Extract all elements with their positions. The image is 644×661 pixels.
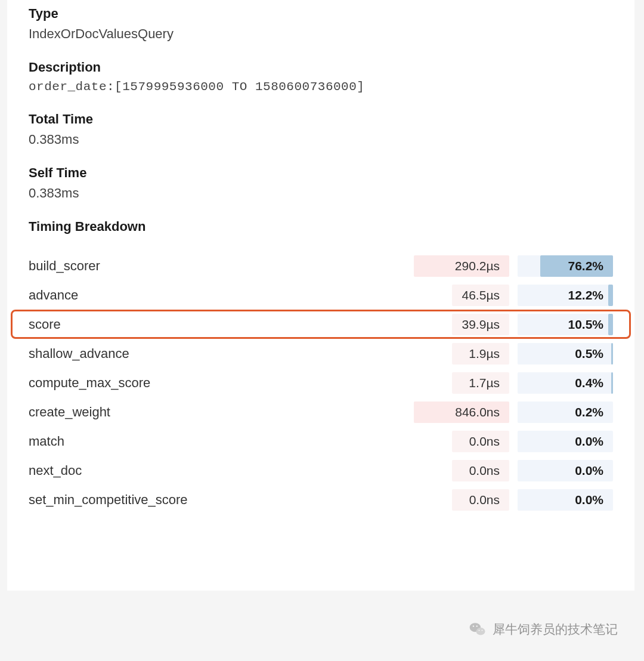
- svg-point-3: [476, 625, 478, 626]
- timing-row: match0.0ns0.0%: [29, 427, 613, 456]
- timing-pct-cell: 0.0%: [518, 489, 613, 511]
- timing-time-cell: 290.2µs: [414, 255, 509, 277]
- timing-pct-cell: 0.5%: [518, 343, 613, 365]
- watermark: 犀牛饲养员的技术笔记: [469, 620, 618, 638]
- value-description: order_date:[1579995936000 TO 15806007360…: [29, 80, 613, 94]
- timing-pct-cell: 0.4%: [518, 372, 613, 394]
- timing-row: next_doc0.0ns0.0%: [29, 456, 613, 485]
- timing-pct-value: 10.5%: [568, 317, 603, 332]
- timing-pct-value: 0.5%: [575, 347, 603, 361]
- timing-pct-cell: 10.5%: [518, 314, 613, 335]
- wechat-icon: [469, 620, 487, 638]
- timing-pct-cell: 0.0%: [518, 431, 613, 452]
- label-self-time: Self Time: [29, 165, 613, 181]
- timing-label: shallow_advance: [29, 346, 414, 362]
- timing-pct-bar-fill: [608, 314, 613, 335]
- timing-row: create_weight846.0ns0.2%: [29, 397, 613, 427]
- profile-panel: Type IndexOrDocValuesQuery Description o…: [7, 0, 634, 591]
- timing-time-value: 1.7µs: [469, 376, 500, 390]
- timing-pct-cell: 76.2%: [518, 255, 613, 277]
- section-description: Description order_date:[1579995936000 TO…: [29, 60, 613, 94]
- timing-row: build_scorer290.2µs76.2%: [29, 251, 613, 280]
- timing-time-cell: 1.9µs: [414, 343, 509, 365]
- timing-label: score: [29, 317, 414, 332]
- timing-pct-bar-fill: [611, 343, 613, 365]
- svg-point-4: [479, 630, 480, 631]
- timing-label: match: [29, 434, 414, 449]
- timing-pct-value: 12.2%: [568, 288, 603, 302]
- timing-breakdown-header: Timing Breakdown: [29, 219, 613, 234]
- timing-pct-cell: 12.2%: [518, 285, 613, 306]
- timing-time-value: 0.0ns: [469, 493, 500, 507]
- timing-time-cell: 39.9µs: [414, 314, 509, 335]
- label-type: Type: [29, 6, 613, 21]
- timing-time-cell: 0.0ns: [414, 489, 509, 511]
- timing-time-cell: 0.0ns: [414, 431, 509, 452]
- timing-time-value: 46.5µs: [462, 288, 500, 302]
- svg-point-1: [476, 628, 485, 635]
- timing-pct-value: 0.4%: [575, 376, 603, 390]
- label-description: Description: [29, 60, 613, 75]
- timing-pct-bar-fill: [608, 285, 613, 306]
- timing-pct-bar-fill: [611, 372, 613, 394]
- timing-row: advance46.5µs12.2%: [29, 280, 613, 310]
- timing-row: compute_max_score1.7µs0.4%: [29, 368, 613, 397]
- timing-time-value: 0.0ns: [469, 464, 500, 478]
- timing-time-cell: 0.0ns: [414, 460, 509, 481]
- section-total-time: Total Time 0.383ms: [29, 112, 613, 147]
- timing-time-cell: 846.0ns: [414, 401, 509, 423]
- section-type: Type IndexOrDocValuesQuery: [29, 6, 613, 42]
- timing-pct-cell: 0.0%: [518, 460, 613, 481]
- value-total-time: 0.383ms: [29, 132, 613, 147]
- timing-time-value: 846.0ns: [455, 405, 500, 419]
- timing-label: set_min_competitive_score: [29, 492, 414, 508]
- section-self-time: Self Time 0.383ms: [29, 165, 613, 201]
- timing-time-cell: 46.5µs: [414, 285, 509, 306]
- svg-point-2: [473, 625, 474, 626]
- timing-time-value: 290.2µs: [455, 259, 500, 273]
- timing-time-value: 1.9µs: [469, 347, 500, 361]
- timing-row: set_min_competitive_score0.0ns0.0%: [29, 485, 613, 514]
- timing-time-value: 39.9µs: [462, 317, 500, 332]
- timing-pct-value: 0.0%: [575, 434, 603, 449]
- timing-rows: build_scorer290.2µs76.2%advance46.5µs12.…: [29, 251, 613, 514]
- timing-pct-value: 0.0%: [575, 493, 603, 507]
- timing-time-value: 0.0ns: [469, 434, 500, 449]
- timing-label: build_scorer: [29, 258, 414, 274]
- label-total-time: Total Time: [29, 112, 613, 127]
- timing-pct-value: 76.2%: [568, 259, 603, 273]
- svg-point-5: [482, 630, 483, 631]
- value-self-time: 0.383ms: [29, 186, 613, 201]
- watermark-text: 犀牛饲养员的技术笔记: [493, 621, 618, 638]
- timing-pct-value: 0.2%: [575, 405, 603, 419]
- timing-label: advance: [29, 288, 414, 303]
- timing-label: next_doc: [29, 463, 414, 478]
- timing-time-cell: 1.7µs: [414, 372, 509, 394]
- value-type: IndexOrDocValuesQuery: [29, 26, 613, 42]
- timing-label: compute_max_score: [29, 375, 414, 391]
- timing-pct-value: 0.0%: [575, 464, 603, 478]
- timing-pct-cell: 0.2%: [518, 401, 613, 423]
- timing-row: shallow_advance1.9µs0.5%: [29, 339, 613, 368]
- timing-row: score39.9µs10.5%: [11, 310, 631, 339]
- timing-label: create_weight: [29, 404, 414, 420]
